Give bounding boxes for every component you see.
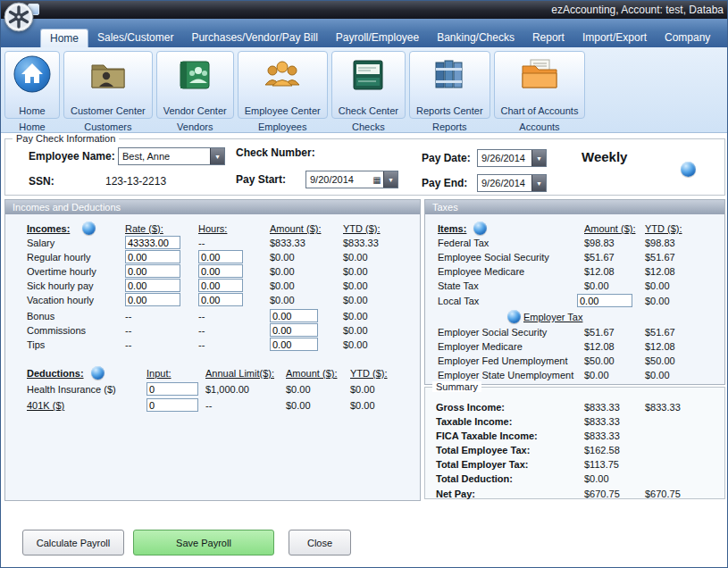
tab-payroll-employee[interactable]: Payroll/Employee [327,29,428,47]
deduction-row-limit: -- [205,400,212,411]
tax-row-amount: $0.00 [584,370,609,380]
tax-local-amount-input[interactable] [577,294,632,307]
pay-start-label: Pay Start: [236,173,286,186]
home-icon [12,54,53,95]
income-salary-rate-input[interactable] [125,236,180,249]
income-row-name: Salary [27,238,54,248]
tab-purchases-vendor[interactable]: Purchases/Vendor/Pay Bill [182,29,326,47]
tax-items-help-icon[interactable] [473,221,487,235]
tab-home[interactable]: Home [40,29,88,47]
paycheck-help-icon[interactable] [681,162,696,177]
toolbar-item-title: Vendor Center [163,105,227,116]
tax-row-ytd: $51.67 [645,252,675,263]
income-bonus-amount-input[interactable] [270,309,318,322]
toolbar-item-vendor-center[interactable]: Vendor Center [156,51,234,119]
deduction-health-insurance-input[interactable] [146,382,198,396]
deduction-401k-link[interactable]: 401K ($) [27,400,64,411]
toolbar-item-employee-center[interactable]: Employee Center [238,51,328,119]
employee-name-select[interactable]: Best, Anne ▼ [118,147,225,165]
tax-row-amount: $12.08 [584,266,615,277]
income-vacation-rate-input[interactable] [125,293,180,306]
income-sick-rate-input[interactable] [125,279,180,292]
income-row-ytd: $0.00 [343,266,368,277]
calculate-payroll-button[interactable]: Calculate Payroll [22,530,124,555]
tax-row-name: Employer Medicare [438,341,523,352]
deduction-row-name: Health Insurance ($) [27,384,116,395]
employer-tax-help-icon[interactable] [507,310,521,323]
tax-row-amount: $51.67 [584,327,615,338]
menu-tabs: Home Sales/Customer Purchases/Vendor/Pay… [40,29,728,47]
pay-date-select[interactable]: 9/26/2014 ▼ [477,149,547,167]
check-center-icon [347,54,389,95]
chevron-down-icon: ▼ [210,148,224,164]
toolbar-item-title: Home [19,105,45,116]
income-vacation-hours-input[interactable] [198,293,243,306]
summary-row-amount: $833.33 [584,430,620,441]
toolbar-item-title: Employee Center [245,105,321,116]
income-row-name: Sick hourly pay [27,280,94,291]
tab-sales-customer[interactable]: Sales/Customer [88,29,182,47]
check-number-label: Check Number: [236,146,315,159]
income-row-name: Overtime hourly [27,266,96,277]
tax-row-amount: $12.08 [584,341,615,352]
income-overtime-rate-input[interactable] [125,264,180,278]
tax-row-ytd: $12.08 [645,341,675,352]
close-button[interactable]: Close [289,530,351,555]
toolbar-item-customer-center[interactable]: Customer Center [63,51,153,119]
income-row-hours: -- [198,238,205,248]
pay-end-select[interactable]: 9/26/2014 ▼ [477,174,547,192]
summary-row-name: Gross Income: [436,402,505,413]
income-row-ytd: $833.33 [343,238,379,248]
income-overtime-hours-input[interactable] [198,264,243,278]
income-col-amount: Amount ($): [270,223,321,234]
save-payroll-button[interactable]: Save Payroll [133,530,274,555]
menubar: Home Sales/Customer Purchases/Vendor/Pay… [1,19,727,47]
app-window: ezAccounting, Account: test, Databa Home… [0,0,728,568]
deductions-label: Deductions: [27,368,84,379]
toolbar-item-home[interactable]: Home [4,51,60,119]
toolbar-item-title: Reports Center [416,105,483,116]
pay-start-picker[interactable]: 9/20/2014 ▦ ▼ [305,171,398,188]
toolbar-item-caption: Accounts [519,121,559,132]
chevron-down-icon: ▼ [383,171,397,188]
toolbar-item-check-center[interactable]: Check Center [331,51,406,119]
income-row-hours: -- [198,311,205,322]
deduction-401k-input[interactable] [146,398,198,412]
toolbar-col-employee: Employee Center Employees [238,51,328,132]
tax-row-ytd: $12.08 [645,266,675,277]
calendar-icon: ▦ [371,175,383,185]
summary-row-amount: $833.33 [584,416,620,427]
income-row-ytd: $0.00 [343,311,368,322]
deduction-row-ytd: $0.00 [350,400,375,411]
ssn-value: 123-13-2213 [105,175,166,188]
tab-banking-checks[interactable]: Banking/Checks [428,29,523,47]
tab-help[interactable]: Help [719,29,728,47]
income-col-rate: Rate ($): [125,223,163,234]
titlebar[interactable]: ezAccounting, Account: test, Databa [1,1,727,19]
tax-row-name: Local Tax [438,296,479,306]
tax-items-label: Items: [438,223,466,234]
tax-row-amount: $50.00 [584,355,615,366]
income-regular-hours-input[interactable] [198,250,243,263]
income-commissions-amount-input[interactable] [270,323,318,337]
toolbar-item-caption: Customers [84,121,131,132]
tax-row-ytd: $50.00 [645,355,675,366]
navigation-orb-button[interactable] [4,2,34,32]
pay-date-value: 9/26/2014 [478,153,531,163]
incomes-help-icon[interactable] [82,221,96,235]
income-sick-hours-input[interactable] [198,279,243,292]
income-regular-rate-input[interactable] [125,250,180,263]
toolbar-item-chart-of-accounts[interactable]: Chart of Accounts [494,51,586,119]
toolbar-col-reports: Reports Center Reports [409,51,490,132]
incomes-label: Incomes: [27,223,70,234]
tab-company[interactable]: Company [656,29,719,47]
tab-import-export[interactable]: Import/Export [573,29,656,47]
deduction-col-ytd: YTD ($): [350,368,388,379]
income-row-ytd: $0.00 [343,280,368,291]
tax-row-name: Employer Fed Unemployment [438,355,568,366]
toolbar-item-caption: Vendors [177,121,213,132]
deductions-help-icon[interactable] [91,366,105,380]
toolbar-item-reports-center[interactable]: Reports Center [409,51,490,119]
tab-report[interactable]: Report [523,29,573,47]
income-tips-amount-input[interactable] [270,338,318,351]
